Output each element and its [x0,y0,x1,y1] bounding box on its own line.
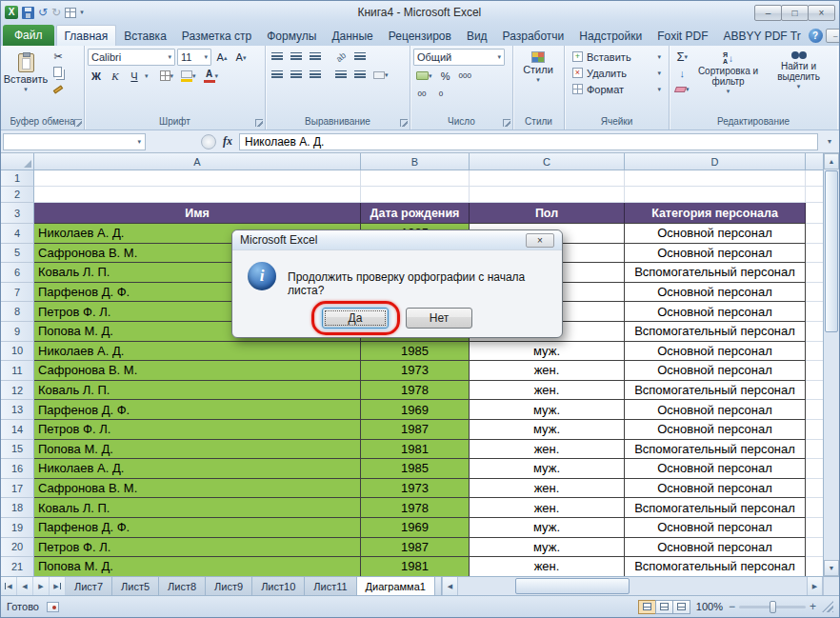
fill-color-button[interactable]: ▾ [178,68,199,84]
bold-button[interactable]: Ж [88,68,105,84]
help-icon[interactable]: ? [809,29,823,43]
autosum-button[interactable]: Σ▾ [672,49,692,65]
cell[interactable] [470,170,625,187]
dialog-launcher-icon[interactable] [255,119,263,127]
cell[interactable] [625,187,806,203]
cell-birth-year[interactable]: 1973 [361,479,470,499]
tab-Рецензиров[interactable]: Рецензиров [381,26,459,46]
cell-gender[interactable]: жен. [470,381,625,401]
cell-category[interactable]: Основной персонал [625,479,806,499]
row-header-13[interactable]: 13 [1,400,34,420]
cell-category[interactable]: Вспомогательный персонал [625,322,806,342]
row-header-16[interactable]: 16 [1,459,34,479]
last-sheet-button[interactable]: ▶ [50,577,66,595]
cell-gender[interactable]: жен. [470,498,625,518]
tab-Вид[interactable]: Вид [459,26,495,46]
cell-gender[interactable]: муж. [470,459,625,479]
table-header-cell[interactable]: Дата рождения [361,203,470,224]
cell-name[interactable]: Коваль Л. П. [34,381,361,401]
align-right-button[interactable] [307,67,324,83]
cell-birth-year[interactable]: 1981 [361,557,470,576]
decrease-indent-button[interactable] [332,67,350,83]
sheet-tab-Лист11[interactable]: Лист11 [305,577,356,595]
dialog-launcher-icon[interactable] [503,119,510,127]
dialog-launcher-icon[interactable] [400,119,408,127]
row-header-1[interactable]: 1 [1,170,34,187]
zoom-slider[interactable]: − + [729,600,816,613]
table-header-cell[interactable]: Категория персонала [625,203,806,224]
dialog-launcher-icon[interactable] [74,119,82,127]
grow-font-button[interactable]: A▴ [213,50,230,66]
previous-sheet-button[interactable]: ◀ [17,577,33,595]
cell-gender[interactable]: муж. [470,342,625,362]
column-header-B[interactable]: B [361,153,470,170]
scroll-up-icon[interactable]: ▲ [824,153,839,169]
find-select-button[interactable]: Найти и выделить ▾ [765,49,833,92]
cell-birth-year[interactable]: 1978 [361,381,470,401]
cell-category[interactable]: Основной персонал [625,538,806,558]
column-header-C[interactable]: C [470,153,625,170]
cell[interactable] [361,187,470,203]
cell[interactable] [34,170,361,187]
close-button[interactable]: × [808,5,835,21]
cell-name[interactable]: Сафронова В. М. [34,361,361,381]
save-icon[interactable] [22,7,34,19]
cell-name[interactable]: Николаев А. Д. [34,459,361,479]
select-all-corner[interactable] [1,153,34,170]
cell[interactable] [361,170,470,187]
cell-birth-year[interactable]: 1973 [361,361,470,381]
cell-name[interactable]: Сафронова В. М. [34,479,361,499]
decrease-decimal-button[interactable]: 0 [432,86,450,102]
fill-button[interactable]: ↓ [672,65,692,81]
cell-name[interactable]: Николаев А. Д. [34,342,361,362]
row-header-20[interactable]: 20 [1,538,34,558]
cell-category[interactable]: Основной персонал [625,244,806,264]
row-header-9[interactable]: 9 [1,322,34,342]
normal-view-button[interactable] [638,600,656,614]
tab-Разработчи[interactable]: Разработчи [495,26,572,46]
styles-button[interactable]: Стили ▾ [516,49,560,86]
cell-gender[interactable]: муж. [470,400,625,420]
font-color-button[interactable]: А ▾ [201,68,222,84]
horizontal-scrollbar[interactable]: ◀ ▶ [442,577,823,595]
cell-category[interactable]: Основной персонал [625,283,806,303]
cell-category[interactable]: Основной персонал [625,400,806,420]
formula-bar-expand-icon[interactable]: ▾ [822,137,837,146]
cell-name[interactable]: Коваль Л. П. [34,498,361,518]
row-header-12[interactable]: 12 [1,381,34,401]
row-header-18[interactable]: 18 [1,498,34,518]
qat-customize-icon[interactable]: ▾ [80,9,84,16]
cell-gender[interactable]: жен. [470,557,625,576]
vertical-scrollbar[interactable]: ▲ ▼ [823,153,839,576]
row-header-4[interactable]: 4 [1,224,34,244]
row-header-15[interactable]: 15 [1,440,34,460]
page-layout-view-button[interactable] [655,600,673,614]
sheet-tab-Лист10[interactable]: Лист10 [252,577,305,595]
scroll-down-icon[interactable]: ▼ [824,560,839,576]
tab-Foxit PDF[interactable]: Foxit PDF [650,26,715,46]
borders-button[interactable]: ▾ [157,68,177,84]
tab-Файл[interactable]: Файл [3,25,54,46]
cell-birth-year[interactable]: 1987 [361,538,470,558]
column-header-A[interactable]: A [34,153,361,170]
cell-gender[interactable]: жен. [470,361,625,381]
cell-name[interactable]: Парфенов Д. Ф. [34,400,361,420]
resize-grip[interactable] [822,601,833,612]
number-format-combo[interactable]: Общий ▾ [413,49,505,66]
cell-name[interactable]: Попова М. Д. [34,440,361,460]
row-header-7[interactable]: 7 [1,283,34,303]
accounting-format-button[interactable]: ▾ [413,68,435,84]
formula-input[interactable]: Николаев А. Д. [239,133,818,150]
tab-Главная[interactable]: Главная [56,25,117,46]
cell-category[interactable]: Основной персонал [625,361,806,381]
cell-gender[interactable]: муж. [470,420,625,440]
cell-birth-year[interactable]: 1987 [361,420,470,440]
font-name-combo[interactable]: Calibri ▾ [88,49,175,66]
tab-Данные[interactable]: Данные [324,26,380,46]
row-header-5[interactable]: 5 [1,244,34,264]
tab-split-handle[interactable] [435,577,442,595]
increase-indent-button[interactable] [351,67,369,83]
cell-name[interactable]: Петров Ф. Л. [34,538,361,558]
insert-function-button[interactable] [201,134,216,150]
merge-center-button[interactable]: ▾ [370,67,391,83]
